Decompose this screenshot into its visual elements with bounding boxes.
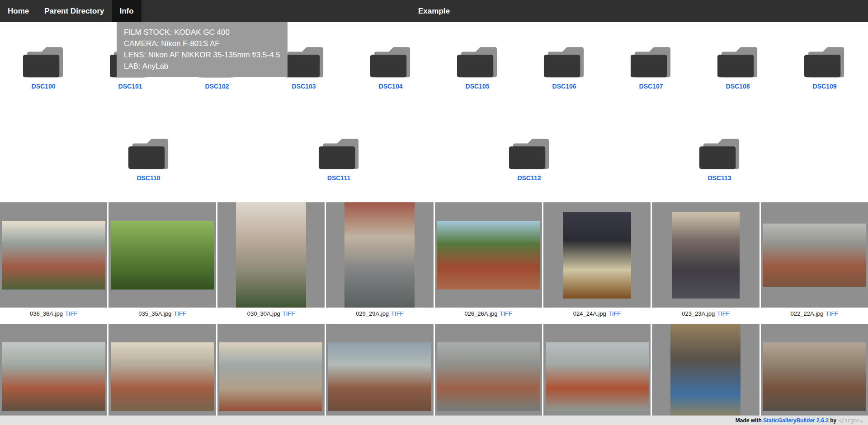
folder-item[interactable]: DSC106 xyxy=(521,42,608,90)
photo-thumbnail[interactable] xyxy=(328,342,431,411)
tiff-link[interactable]: TIFF xyxy=(174,310,186,317)
folder-icon[interactable] xyxy=(508,134,551,170)
filename-text: 024_24A.jpg xyxy=(573,310,606,317)
folder-item[interactable]: DSC108 xyxy=(694,42,781,90)
info-popup: FILM STOCK: KODAK GC 400 CAMERA: Nikon F… xyxy=(117,22,288,77)
thumbnail-link[interactable] xyxy=(761,202,868,308)
thumbnail-link[interactable] xyxy=(108,202,216,308)
folder-label[interactable]: DSC101 xyxy=(118,83,142,90)
gallery-item: 023_23A.jpgTIFF xyxy=(652,202,759,320)
photo-thumbnail[interactable] xyxy=(437,221,540,290)
folder-label[interactable]: DSC100 xyxy=(32,83,56,90)
folder-icon[interactable] xyxy=(127,134,170,170)
tiff-link[interactable]: TIFF xyxy=(500,310,512,317)
folder-item[interactable]: DSC107 xyxy=(608,42,694,90)
tiff-link[interactable]: TIFF xyxy=(283,310,295,317)
info-line-film-stock: FILM STOCK: KODAK GC 400 xyxy=(124,27,280,38)
nav-item-parent-directory[interactable]: Parent Directory xyxy=(37,0,112,22)
folder-icon[interactable] xyxy=(369,42,412,79)
thumbnail-link[interactable] xyxy=(652,324,759,425)
folder-label[interactable]: DSC111 xyxy=(327,174,350,182)
folder-icon[interactable] xyxy=(456,42,499,79)
folder-icon[interactable] xyxy=(318,134,360,170)
filename-text: 022_22A.jpg xyxy=(791,310,824,317)
thumbnail-link[interactable] xyxy=(543,324,651,425)
photo-thumbnail[interactable] xyxy=(763,342,866,411)
gallery-main: DSC100 DSC101 DSC102 DSC103 DSC104 xyxy=(0,42,868,425)
photo-thumbnail[interactable] xyxy=(563,212,631,299)
nav-item-home[interactable]: Home xyxy=(0,0,37,22)
gallery-item xyxy=(435,324,542,425)
footer-period: . xyxy=(861,417,863,424)
folder-label[interactable]: DSC108 xyxy=(726,83,750,90)
folder-label[interactable]: DSC110 xyxy=(137,174,160,182)
folder-label[interactable]: DSC112 xyxy=(517,174,541,182)
photo-thumbnail[interactable] xyxy=(236,202,306,308)
folder-item[interactable]: DSC110 xyxy=(124,134,174,182)
folder-label[interactable]: DSC103 xyxy=(292,83,316,90)
photo-thumbnail[interactable] xyxy=(2,221,105,290)
thumbnail-link[interactable] xyxy=(217,324,325,425)
gallery-item: 029_29A.jpgTIFF xyxy=(326,202,433,320)
folder-icon[interactable] xyxy=(283,42,325,79)
tiff-link[interactable]: TIFF xyxy=(826,310,838,317)
nav-item-info[interactable]: Info xyxy=(112,0,142,22)
tiff-link[interactable]: TIFF xyxy=(65,310,77,317)
thumbnail-link[interactable] xyxy=(326,202,433,308)
tiff-link[interactable]: TIFF xyxy=(609,310,621,317)
folder-item[interactable]: DSC100 xyxy=(0,42,87,90)
folder-item[interactable]: DSC109 xyxy=(781,42,868,90)
info-line-lens: LENS: Nikon AF NIKKOR 35-135mm f/3.5-4.5 xyxy=(124,49,280,61)
folder-item[interactable]: DSC105 xyxy=(434,42,521,90)
page-title: Example xyxy=(418,0,450,22)
folder-icon[interactable] xyxy=(717,42,759,79)
folder-icon[interactable] xyxy=(630,42,672,79)
folder-item[interactable]: DSC111 xyxy=(314,134,364,182)
thumbnail-caption: 022_22A.jpgTIFF xyxy=(761,308,868,320)
thumbnail-link[interactable] xyxy=(652,202,759,308)
photo-thumbnail[interactable] xyxy=(672,212,740,299)
photo-thumbnail[interactable] xyxy=(111,221,214,290)
folder-label[interactable]: DSC102 xyxy=(205,83,229,90)
folder-label[interactable]: DSC106 xyxy=(552,83,576,90)
folder-item[interactable]: DSC112 xyxy=(505,134,554,182)
photo-thumbnail[interactable] xyxy=(344,202,415,308)
folder-item[interactable]: DSC104 xyxy=(347,42,434,90)
filename-text: 026_26A.jpg xyxy=(464,310,497,317)
thumbnail-link[interactable] xyxy=(326,324,433,425)
filename-text: 035_35A.jpg xyxy=(138,310,171,317)
gallery-item xyxy=(761,324,868,425)
thumbnail-link[interactable] xyxy=(435,324,542,425)
thumbnail-link[interactable] xyxy=(0,202,107,308)
photo-thumbnail[interactable] xyxy=(437,342,540,411)
footer-by-text: by xyxy=(830,417,836,424)
folder-icon[interactable] xyxy=(543,42,585,79)
thumbnail-link[interactable] xyxy=(0,324,107,425)
gallery-item: 035_35A.jpgTIFF xyxy=(108,202,216,320)
photo-thumbnail[interactable] xyxy=(763,224,866,287)
photo-thumbnail[interactable] xyxy=(546,342,649,411)
folder-item[interactable]: DSC113 xyxy=(695,134,745,182)
photo-thumbnail[interactable] xyxy=(2,342,105,411)
thumbnail-link[interactable] xyxy=(108,324,216,425)
folder-icon[interactable] xyxy=(803,42,846,79)
builder-version-link[interactable]: StaticGalleryBuilder 2.6.2 xyxy=(763,417,829,424)
thumbnail-link[interactable] xyxy=(543,202,651,308)
photo-thumbnail[interactable] xyxy=(670,324,741,425)
thumbnail-link[interactable] xyxy=(217,202,325,308)
folder-label[interactable]: DSC105 xyxy=(466,83,490,90)
thumbnail-link[interactable] xyxy=(761,324,868,425)
thumbnail-caption: 029_29A.jpgTIFF xyxy=(326,308,433,320)
photo-thumbnail[interactable] xyxy=(111,342,214,411)
tiff-link[interactable]: TIFF xyxy=(391,310,403,317)
folder-label[interactable]: DSC107 xyxy=(639,83,663,90)
thumbnail-link[interactable] xyxy=(435,202,542,308)
folder-label[interactable]: DSC113 xyxy=(708,174,731,182)
folder-label[interactable]: DSC109 xyxy=(813,83,837,90)
tiff-link[interactable]: TIFF xyxy=(717,310,729,317)
photo-thumbnail[interactable] xyxy=(219,342,322,411)
folder-icon[interactable] xyxy=(22,42,65,79)
folder-icon[interactable] xyxy=(698,134,741,170)
folder-label[interactable]: DSC104 xyxy=(379,83,403,90)
author-logo-link[interactable]: </srgn> xyxy=(838,417,860,424)
